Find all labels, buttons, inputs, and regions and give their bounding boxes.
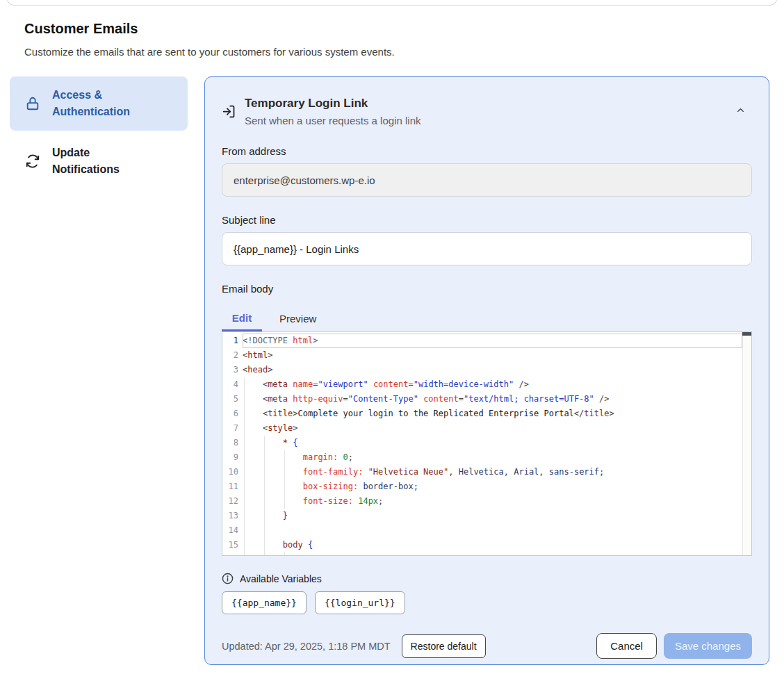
subject-line-label: Subject line	[222, 214, 752, 226]
from-address-label: From address	[222, 145, 752, 157]
card-footer: Updated: Apr 29, 2025, 1:18 PM MDT Resto…	[222, 633, 752, 659]
line-number: 9	[222, 450, 243, 465]
line-number: 6	[222, 407, 243, 421]
login-icon	[222, 104, 236, 128]
customer-emails-page: Customer Emails Customize the emails tha…	[0, 0, 784, 681]
line-number: 16	[222, 552, 243, 556]
variable-chips: {{app_name}}{{login_url}}	[222, 591, 752, 614]
chevron-up-icon	[735, 105, 746, 115]
collapse-button[interactable]	[731, 101, 749, 119]
refresh-icon	[25, 154, 40, 169]
lock-icon	[25, 96, 40, 111]
code-line[interactable]: 3<head>	[222, 363, 751, 377]
page-subtitle: Customize the emails that are sent to yo…	[24, 46, 395, 58]
subject-line-input[interactable]	[222, 232, 752, 265]
tab-preview[interactable]: Preview	[271, 306, 325, 331]
line-number: 13	[222, 509, 243, 523]
code-line[interactable]: 16 background-color: #ffffff;	[222, 552, 751, 556]
variable-chip[interactable]: {{app_name}}	[222, 591, 307, 614]
code-line[interactable]: 11 box-sizing: border-box;	[222, 479, 751, 494]
line-number: 8	[222, 436, 243, 450]
restore-default-button[interactable]: Restore default	[402, 634, 486, 658]
sidebar-item-label: Access & Authentication	[52, 87, 156, 120]
line-number: 5	[222, 392, 243, 407]
code-line[interactable]: 7 <style>	[222, 421, 751, 436]
code-line[interactable]: 6 <title>Complete your login to the Repl…	[222, 407, 751, 421]
code-line[interactable]: 14	[222, 523, 751, 538]
editor-scrollbar-thumb[interactable]	[742, 332, 751, 336]
line-number: 3	[222, 363, 243, 377]
line-number: 14	[222, 523, 243, 538]
code-line[interactable]: 10 font-family: "Helvetica Neue", Helvet…	[222, 465, 751, 479]
code-line[interactable]: 8 * {	[222, 436, 751, 450]
card-subtitle: Sent when a user requests a login link	[245, 113, 420, 128]
line-number: 4	[222, 377, 243, 392]
line-number: 2	[222, 348, 243, 363]
card-title: Temporary Login Link	[245, 95, 420, 112]
previous-card-edge	[7, 0, 777, 6]
code-line[interactable]: 1<!DOCTYPE html>	[222, 334, 751, 348]
cancel-button[interactable]: Cancel	[596, 633, 657, 659]
email-body-label: Email body	[222, 283, 752, 295]
updated-timestamp: Updated: Apr 29, 2025, 1:18 PM MDT	[222, 641, 391, 652]
page-title: Customer Emails	[24, 21, 138, 37]
code-line[interactable]: 12 font-size: 14px;	[222, 494, 751, 509]
code-line[interactable]: 9 margin: 0;	[222, 450, 751, 465]
code-line[interactable]: 5 <meta http-equiv="Content-Type" conten…	[222, 392, 751, 407]
line-number: 1	[222, 334, 243, 348]
line-number: 7	[222, 421, 243, 436]
tab-edit[interactable]: Edit	[222, 306, 262, 331]
line-number: 10	[222, 465, 243, 479]
sidebar-item-label: Update Notifications	[52, 145, 156, 178]
code-line[interactable]: 2<html>	[222, 348, 751, 363]
email-body-tabs: Edit Preview	[222, 306, 752, 331]
code-line[interactable]: 13 }	[222, 509, 751, 523]
line-number: 11	[222, 479, 243, 494]
card-header: Temporary Login Link Sent when a user re…	[222, 95, 752, 128]
code-line[interactable]: 15 body {	[222, 538, 751, 552]
sidebar-item-access-authentication[interactable]: Access & Authentication	[10, 76, 188, 131]
line-number: 15	[222, 538, 243, 552]
sidebar-item-update-notifications[interactable]: Update Notifications	[10, 145, 188, 178]
available-variables-label: Available Variables	[240, 573, 322, 584]
info-icon	[222, 573, 234, 584]
temporary-login-link-card: Temporary Login Link Sent when a user re…	[204, 76, 769, 665]
line-number: 12	[222, 494, 243, 509]
code-line[interactable]: 4 <meta name="viewport" content="width=d…	[222, 377, 751, 392]
editor-scrollbar-track[interactable]	[742, 332, 751, 555]
from-address-input[interactable]	[222, 163, 752, 197]
email-types-sidebar: Access & Authentication Update Notificat…	[10, 76, 188, 178]
variable-chip[interactable]: {{login_url}}	[315, 591, 405, 614]
save-changes-button[interactable]: Save changes	[664, 633, 752, 659]
available-variables-header: Available Variables	[222, 573, 752, 584]
code-editor-lines: 1<!DOCTYPE html>2<html>3<head>4 <meta na…	[222, 334, 751, 556]
code-editor[interactable]: 1<!DOCTYPE html>2<html>3<head>4 <meta na…	[222, 331, 752, 556]
